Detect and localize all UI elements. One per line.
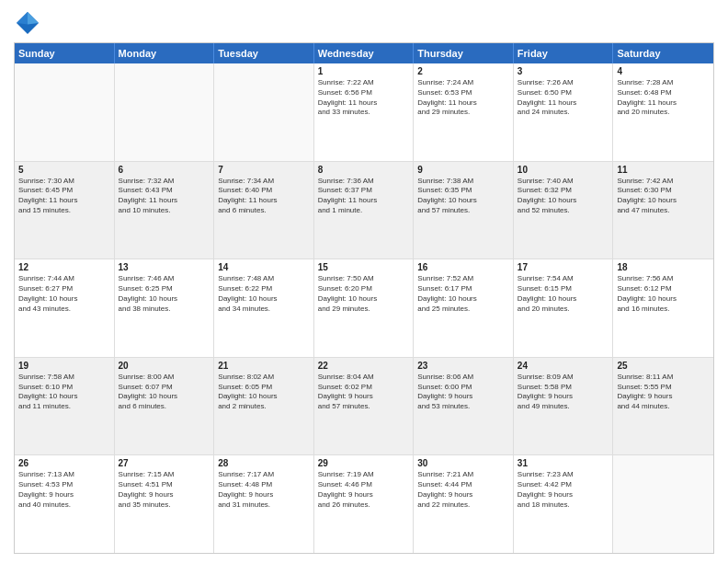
day-number: 31 [518, 458, 609, 468]
calendar-cell-3-0: 19Sunrise: 7:58 AM Sunset: 6:10 PM Dayli… [15, 358, 115, 455]
cell-text: Sunrise: 8:04 AM Sunset: 6:02 PM Dayligh… [318, 373, 410, 412]
cell-text: Sunrise: 7:30 AM Sunset: 6:45 PM Dayligh… [18, 177, 110, 216]
cell-text: Sunrise: 7:15 AM Sunset: 4:51 PM Dayligh… [119, 470, 210, 510]
day-number: 1 [318, 66, 410, 76]
calendar-row-3: 19Sunrise: 7:58 AM Sunset: 6:10 PM Dayli… [15, 358, 713, 456]
calendar-cell-2-6: 18Sunrise: 7:56 AM Sunset: 6:12 PM Dayli… [613, 259, 713, 357]
day-number: 5 [18, 165, 110, 175]
calendar-cell-2-0: 12Sunrise: 7:44 AM Sunset: 6:27 PM Dayli… [15, 259, 115, 357]
calendar-cell-2-1: 13Sunrise: 7:46 AM Sunset: 6:25 PM Dayli… [115, 259, 215, 357]
cell-text: Sunrise: 7:56 AM Sunset: 6:12 PM Dayligh… [617, 274, 710, 314]
day-number: 28 [218, 458, 310, 468]
day-number: 10 [518, 165, 609, 175]
day-number: 23 [417, 361, 509, 371]
logo-icon [14, 9, 41, 37]
cell-text: Sunrise: 7:40 AM Sunset: 6:32 PM Dayligh… [518, 177, 609, 216]
weekday-header-saturday: Saturday [613, 43, 713, 63]
calendar-cell-1-4: 9Sunrise: 7:38 AM Sunset: 6:35 PM Daylig… [414, 162, 514, 259]
logo [14, 9, 45, 37]
weekday-header-tuesday: Tuesday [214, 43, 314, 63]
cell-text: Sunrise: 7:13 AM Sunset: 4:53 PM Dayligh… [18, 470, 110, 510]
calendar-cell-0-5: 3Sunrise: 7:26 AM Sunset: 6:50 PM Daylig… [514, 63, 614, 161]
calendar-cell-1-1: 6Sunrise: 7:32 AM Sunset: 6:43 PM Daylig… [115, 162, 215, 259]
day-number: 7 [218, 165, 310, 175]
weekday-header-thursday: Thursday [414, 43, 514, 63]
calendar-cell-4-4: 30Sunrise: 7:21 AM Sunset: 4:44 PM Dayli… [414, 455, 514, 553]
day-number: 30 [417, 458, 509, 468]
calendar-cell-4-2: 28Sunrise: 7:17 AM Sunset: 4:48 PM Dayli… [214, 455, 314, 553]
day-number: 11 [617, 165, 710, 175]
calendar-row-2: 12Sunrise: 7:44 AM Sunset: 6:27 PM Dayli… [15, 259, 713, 358]
day-number: 16 [417, 262, 509, 272]
calendar-cell-1-2: 7Sunrise: 7:34 AM Sunset: 6:40 PM Daylig… [214, 162, 314, 259]
cell-text: Sunrise: 7:54 AM Sunset: 6:15 PM Dayligh… [518, 274, 609, 314]
day-number: 21 [218, 361, 310, 371]
day-number: 18 [617, 262, 710, 272]
cell-text: Sunrise: 8:11 AM Sunset: 5:55 PM Dayligh… [617, 373, 710, 412]
day-number: 13 [119, 262, 210, 272]
calendar-cell-1-6: 11Sunrise: 7:42 AM Sunset: 6:30 PM Dayli… [613, 162, 713, 259]
calendar-cell-2-2: 14Sunrise: 7:48 AM Sunset: 6:22 PM Dayli… [214, 259, 314, 357]
cell-text: Sunrise: 7:42 AM Sunset: 6:30 PM Dayligh… [617, 177, 710, 216]
calendar-cell-4-0: 26Sunrise: 7:13 AM Sunset: 4:53 PM Dayli… [15, 455, 115, 553]
calendar-cell-1-3: 8Sunrise: 7:36 AM Sunset: 6:37 PM Daylig… [314, 162, 415, 259]
calendar-cell-3-6: 25Sunrise: 8:11 AM Sunset: 5:55 PM Dayli… [613, 358, 713, 455]
day-number: 25 [617, 361, 710, 371]
calendar-cell-0-2 [214, 63, 314, 161]
calendar-cell-4-3: 29Sunrise: 7:19 AM Sunset: 4:46 PM Dayli… [314, 455, 415, 553]
day-number: 22 [318, 361, 410, 371]
day-number: 8 [318, 165, 410, 175]
calendar-cell-2-5: 17Sunrise: 7:54 AM Sunset: 6:15 PM Dayli… [514, 259, 614, 357]
weekday-header-monday: Monday [115, 43, 215, 63]
calendar-cell-0-4: 2Sunrise: 7:24 AM Sunset: 6:53 PM Daylig… [414, 63, 514, 161]
cell-text: Sunrise: 7:36 AM Sunset: 6:37 PM Dayligh… [318, 177, 410, 216]
cell-text: Sunrise: 7:34 AM Sunset: 6:40 PM Dayligh… [218, 177, 310, 216]
calendar-cell-0-3: 1Sunrise: 7:22 AM Sunset: 6:56 PM Daylig… [314, 63, 415, 161]
calendar-cell-0-6: 4Sunrise: 7:28 AM Sunset: 6:48 PM Daylig… [613, 63, 713, 161]
calendar-header: SundayMondayTuesdayWednesdayThursdayFrid… [15, 43, 713, 63]
calendar-cell-4-5: 31Sunrise: 7:23 AM Sunset: 4:42 PM Dayli… [514, 455, 614, 553]
day-number: 9 [417, 165, 509, 175]
calendar-cell-0-1 [115, 63, 215, 161]
day-number: 4 [617, 66, 710, 76]
calendar-cell-3-3: 22Sunrise: 8:04 AM Sunset: 6:02 PM Dayli… [314, 358, 415, 455]
page: SundayMondayTuesdayWednesdayThursdayFrid… [0, 0, 728, 563]
day-number: 12 [18, 262, 110, 272]
day-number: 14 [218, 262, 310, 272]
cell-text: Sunrise: 7:19 AM Sunset: 4:46 PM Dayligh… [318, 470, 410, 510]
weekday-header-wednesday: Wednesday [314, 43, 415, 63]
calendar-cell-3-1: 20Sunrise: 8:00 AM Sunset: 6:07 PM Dayli… [115, 358, 215, 455]
calendar-cell-2-4: 16Sunrise: 7:52 AM Sunset: 6:17 PM Dayli… [414, 259, 514, 357]
cell-text: Sunrise: 7:32 AM Sunset: 6:43 PM Dayligh… [119, 177, 210, 216]
cell-text: Sunrise: 7:52 AM Sunset: 6:17 PM Dayligh… [417, 274, 509, 314]
cell-text: Sunrise: 7:44 AM Sunset: 6:27 PM Dayligh… [18, 274, 110, 314]
day-number: 3 [518, 66, 609, 76]
calendar-cell-1-5: 10Sunrise: 7:40 AM Sunset: 6:32 PM Dayli… [514, 162, 614, 259]
day-number: 19 [18, 361, 110, 371]
day-number: 24 [518, 361, 609, 371]
day-number: 17 [518, 262, 609, 272]
cell-text: Sunrise: 7:28 AM Sunset: 6:48 PM Dayligh… [617, 78, 710, 118]
cell-text: Sunrise: 7:21 AM Sunset: 4:44 PM Dayligh… [417, 470, 509, 510]
calendar-cell-4-1: 27Sunrise: 7:15 AM Sunset: 4:51 PM Dayli… [115, 455, 215, 553]
cell-text: Sunrise: 7:46 AM Sunset: 6:25 PM Dayligh… [119, 274, 210, 314]
cell-text: Sunrise: 7:50 AM Sunset: 6:20 PM Dayligh… [318, 274, 410, 314]
weekday-header-sunday: Sunday [15, 43, 115, 63]
day-number: 6 [119, 165, 210, 175]
calendar-body: 1Sunrise: 7:22 AM Sunset: 6:56 PM Daylig… [15, 63, 713, 553]
calendar-cell-3-4: 23Sunrise: 8:06 AM Sunset: 6:00 PM Dayli… [414, 358, 514, 455]
cell-text: Sunrise: 7:38 AM Sunset: 6:35 PM Dayligh… [417, 177, 509, 216]
calendar-cell-1-0: 5Sunrise: 7:30 AM Sunset: 6:45 PM Daylig… [15, 162, 115, 259]
calendar-cell-4-6 [613, 455, 713, 553]
day-number: 29 [318, 458, 410, 468]
calendar-cell-2-3: 15Sunrise: 7:50 AM Sunset: 6:20 PM Dayli… [314, 259, 415, 357]
cell-text: Sunrise: 8:09 AM Sunset: 5:58 PM Dayligh… [518, 373, 609, 412]
calendar-row-4: 26Sunrise: 7:13 AM Sunset: 4:53 PM Dayli… [15, 455, 713, 553]
cell-text: Sunrise: 7:58 AM Sunset: 6:10 PM Dayligh… [18, 373, 110, 412]
cell-text: Sunrise: 8:02 AM Sunset: 6:05 PM Dayligh… [218, 373, 310, 412]
day-number: 27 [119, 458, 210, 468]
svg-marker-2 [17, 12, 28, 25]
cell-text: Sunrise: 7:24 AM Sunset: 6:53 PM Dayligh… [417, 78, 509, 118]
calendar-row-1: 5Sunrise: 7:30 AM Sunset: 6:45 PM Daylig… [15, 162, 713, 260]
cell-text: Sunrise: 7:22 AM Sunset: 6:56 PM Dayligh… [318, 78, 410, 118]
